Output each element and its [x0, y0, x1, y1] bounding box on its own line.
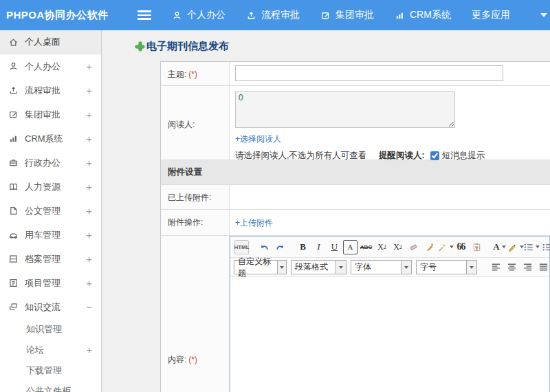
expand-plus-icon[interactable]: + [86, 85, 92, 96]
autotypeset-wand-icon[interactable] [438, 240, 452, 254]
caret-down-icon[interactable] [540, 13, 547, 17]
expand-plus-icon[interactable]: + [86, 229, 92, 241]
subject-input[interactable] [235, 65, 503, 81]
caret-down-icon [401, 261, 411, 274]
font-size-select[interactable]: 字号 [416, 260, 477, 274]
sidebar-item-personal-office[interactable]: 个人办公 + [0, 54, 101, 78]
sidebar-item-admin-office[interactable]: 行政办公 + [0, 151, 101, 175]
align-center-icon[interactable] [505, 260, 519, 274]
highlight-pen-icon[interactable] [508, 240, 522, 254]
expand-plus-icon[interactable]: + [86, 253, 92, 265]
sidebar-item-crm[interactable]: CRM系统 + [0, 127, 101, 151]
justify-icon[interactable] [536, 260, 550, 274]
strikethrough-button[interactable]: ABC [359, 240, 373, 254]
sidebar-subitem-public-file-cabinet[interactable]: 公共文件柜 [0, 381, 101, 392]
readers-row: 阅读人: 0 +选择阅读人 请选择阅读人,不选为所有人可查看 提醒阅读人: 短消… [161, 86, 550, 160]
bar-chart-icon [8, 133, 19, 144]
nav-label: 集团审批 [336, 9, 374, 21]
caret-down-icon [277, 261, 286, 274]
bold-button[interactable]: B [296, 240, 310, 254]
font-color-button[interactable]: A [492, 240, 507, 254]
subject-label: 主题:(*) [161, 62, 230, 85]
document-icon [8, 206, 19, 216]
align-right-icon[interactable] [520, 260, 535, 274]
superscript-button[interactable]: X2 [375, 240, 389, 254]
expand-plus-icon[interactable]: + [86, 205, 92, 217]
caret-down-icon [466, 261, 476, 274]
sidebar-item-archive-mgmt[interactable]: 档案管理 + [0, 247, 101, 271]
sidebar-item-workflow-approval[interactable]: 流程审批 + [0, 78, 101, 102]
required-mark: (*) [188, 355, 197, 364]
upload-attachment-link[interactable]: +上传附件 [235, 217, 273, 229]
nav-personal-office[interactable]: 个人办公 [172, 9, 226, 21]
nav-more-apps[interactable]: 更多应用 [472, 9, 510, 21]
custom-heading-select[interactable]: 自定义标题 [234, 260, 287, 274]
sidebar-subitem-download-mgmt[interactable]: 下载管理 [0, 360, 101, 381]
rich-text-editor: HTML B I U A ABC X2 [230, 236, 550, 392]
readers-textarea[interactable]: 0 [235, 91, 455, 128]
italic-button[interactable]: I [311, 240, 326, 254]
expand-plus-icon[interactable]: + [87, 345, 92, 356]
ordered-list-icon[interactable] [524, 240, 538, 254]
expand-plus-icon[interactable]: + [86, 133, 92, 144]
sidebar-item-desktop[interactable]: 个人桌面 [0, 30, 101, 54]
format-brush-icon[interactable] [422, 240, 437, 254]
content-row: 内容:(*) HTML B I [161, 236, 550, 392]
hamburger-menu-icon[interactable] [138, 10, 151, 20]
paragraph-format-select[interactable]: 段落格式 [291, 260, 346, 274]
nav-label: 个人办公 [187, 9, 226, 21]
sidebar-subitem-knowledge-mgmt[interactable]: 知识管理 [0, 319, 101, 340]
editor-toolbar-row2: 自定义标题 段落格式 字体 字号 [230, 258, 549, 277]
subscript-button[interactable]: X2 [390, 240, 405, 254]
eraser-icon[interactable] [406, 240, 421, 254]
caret-down-icon [336, 261, 346, 274]
sms-notify-checkbox[interactable] [430, 151, 439, 160]
attachment-operation-label: 附件操作: [161, 210, 230, 235]
attachment-section-title: 附件设置 [161, 160, 550, 184]
nav-label: 更多应用 [472, 9, 510, 21]
caret-down-icon [536, 246, 540, 248]
add-plus-icon [135, 42, 144, 51]
expand-plus-icon[interactable]: + [86, 109, 92, 120]
expand-plus-icon[interactable]: + [86, 157, 92, 168]
sidebar-item-hr[interactable]: 人力资源 + [0, 175, 101, 199]
editor-toolbar-row1: HTML B I U A ABC X2 [230, 237, 549, 258]
sidebar-item-document-mgmt[interactable]: 公文管理 + [0, 199, 101, 223]
sidebar-item-project-mgmt[interactable]: 项目管理 + [0, 271, 101, 295]
app-logo: PHPOA协同办公软件 [0, 9, 138, 22]
car-icon [8, 230, 19, 240]
undo-button[interactable] [257, 240, 272, 254]
uploaded-attachments-row: 已上传附件: [161, 185, 550, 210]
sidebar-item-vehicle-mgmt[interactable]: 用车管理 + [0, 223, 101, 247]
nav-label: CRM系统 [410, 9, 451, 21]
redo-button[interactable] [273, 240, 287, 254]
briefcase-icon [8, 157, 19, 168]
paste-icon[interactable] [470, 240, 484, 254]
edit-icon [320, 10, 331, 21]
select-readers-link[interactable]: +选择阅读人 [235, 133, 281, 145]
underline-button[interactable]: U [327, 240, 342, 254]
attachment-section-row: 附件设置 [161, 160, 550, 185]
border-text-button[interactable]: A [343, 240, 358, 254]
unordered-list-icon[interactable] [540, 240, 550, 254]
sidebar-subitem-forum[interactable]: 论坛 + [0, 340, 101, 360]
flow-icon [246, 10, 256, 21]
sidebar-item-knowledge-exchange[interactable]: 知识交流 − [0, 295, 101, 319]
expand-plus-icon[interactable]: + [86, 181, 92, 193]
nav-group-approval[interactable]: 集团审批 [320, 9, 374, 21]
nav-workflow-approval[interactable]: 流程审批 [246, 9, 300, 21]
collapse-minus-icon[interactable]: − [86, 301, 92, 313]
blockquote-button[interactable]: 66 [454, 240, 468, 254]
required-mark: (*) [188, 69, 197, 79]
sidebar-item-group-approval[interactable]: 集团审批 + [0, 102, 101, 127]
expand-plus-icon[interactable]: + [86, 61, 92, 72]
home-icon [8, 37, 19, 47]
expand-plus-icon[interactable]: + [86, 277, 92, 289]
align-left-icon[interactable] [489, 260, 503, 274]
nav-crm-system[interactable]: CRM系统 [395, 9, 451, 21]
editor-content-area[interactable] [230, 277, 549, 392]
font-family-select[interactable]: 字体 [351, 260, 412, 274]
html-source-button[interactable]: HTML [234, 240, 249, 254]
archive-icon [8, 254, 19, 264]
flow-icon [8, 85, 19, 96]
